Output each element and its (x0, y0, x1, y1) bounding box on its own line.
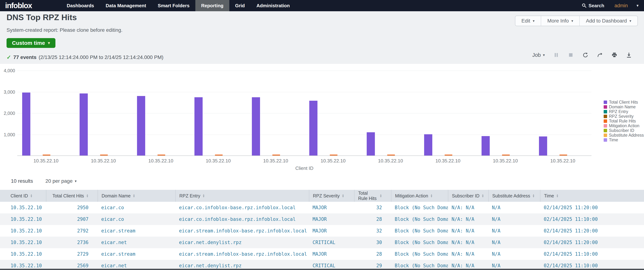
column-header-substitute-address[interactable]: Substitute Address▲▼ (488, 190, 540, 202)
total-rule-hits-bar[interactable] (387, 155, 395, 155)
nav-item-reporting[interactable]: Reporting (195, 0, 229, 11)
cell-rpz-entry[interactable]: eicar.co.infoblox-base.rpz.infoblox.loca… (175, 213, 309, 225)
total-rule-hits-bar[interactable] (100, 155, 108, 155)
cell-client-id[interactable]: 10.35.22.10 (0, 213, 46, 225)
cell-subscriber-id[interactable]: N/A: N/A (448, 213, 488, 225)
cell-domain-name[interactable]: eicar.net (98, 237, 175, 248)
total-client-hits-bar[interactable] (367, 132, 375, 155)
legend-item-rpz-severity[interactable]: RPZ Severity (604, 114, 644, 119)
column-header-time[interactable]: Time▲▼ (540, 190, 644, 202)
cell-substitute-address[interactable]: N/A (488, 248, 540, 260)
user-caret-icon[interactable]: ▾ (636, 3, 638, 8)
add-to-dashboard-button[interactable]: Add to Dashboard▾ (579, 16, 638, 26)
cell-rpz-entry[interactable]: eicar.net.denylist.rpz (175, 260, 309, 270)
total-rule-hits-bar[interactable] (502, 155, 510, 155)
cell-rpz-severity[interactable]: MAJOR (309, 213, 354, 225)
cell-substitute-address[interactable]: N/A (488, 237, 540, 248)
cell-total-client-hits[interactable]: 2729 (46, 248, 98, 260)
sort-icon[interactable]: ▲▼ (556, 194, 558, 198)
cell-total-rule-hits[interactable]: 29 (354, 260, 391, 270)
cell-time[interactable]: 02/14/2025 11:10:00 (540, 248, 644, 260)
cell-substitute-address[interactable]: N/A (488, 225, 540, 237)
total-client-hits-bar[interactable] (424, 134, 432, 156)
cell-mitigation-action[interactable]: Block (No Such Domain) (391, 213, 448, 225)
cell-substitute-address[interactable]: N/A (488, 260, 540, 270)
cell-total-client-hits[interactable]: 2792 (46, 225, 98, 237)
cell-substitute-address[interactable]: N/A (488, 202, 540, 213)
cell-rpz-severity[interactable]: MAJOR (309, 225, 354, 237)
legend-item-rpz-entry[interactable]: RPZ Entry (604, 109, 644, 114)
stop-button[interactable] (568, 52, 574, 58)
legend-item-total-client-hits[interactable]: Total Client Hits (604, 100, 644, 105)
edit-button[interactable]: Edit▾ (515, 16, 541, 26)
cell-subscriber-id[interactable]: N/A: N/A (448, 202, 488, 213)
sort-icon[interactable]: ▲▼ (482, 194, 484, 198)
column-header-subscriber-id[interactable]: Subscriber ID▲▼ (448, 190, 488, 202)
column-header-client-id[interactable]: Client ID▲▼ (0, 190, 46, 202)
column-header-total-rule-hits[interactable]: Total Rule Hits▲▼ (354, 190, 391, 202)
cell-mitigation-action[interactable]: Block (No Such Domain) (391, 248, 448, 260)
job-dropdown[interactable]: Job ▾ (532, 52, 545, 58)
cell-total-client-hits[interactable]: 2569 (46, 260, 98, 270)
legend-item-substitute-address[interactable]: Substitute Address (604, 133, 644, 137)
total-client-hits-bar[interactable] (80, 93, 88, 155)
cell-total-client-hits[interactable]: 2736 (46, 237, 98, 248)
total-rule-hits-bar[interactable] (158, 155, 165, 155)
cell-time[interactable]: 02/14/2025 11:10:00 (540, 213, 644, 225)
cell-rpz-entry[interactable]: eicar.co.infoblox-base.rpz.infoblox.loca… (175, 202, 309, 213)
sort-icon[interactable]: ▲▼ (342, 194, 344, 198)
cell-mitigation-action[interactable]: Block (No Such Domain) (391, 225, 448, 237)
cell-total-client-hits[interactable]: 2907 (46, 213, 98, 225)
cell-rpz-severity[interactable]: MAJOR (309, 248, 354, 260)
cell-total-rule-hits[interactable]: 28 (354, 213, 391, 225)
column-header-rpz-entry[interactable]: RPZ Entry▲▼ (175, 190, 309, 202)
cell-total-rule-hits[interactable]: 32 (354, 225, 391, 237)
cell-substitute-address[interactable]: N/A (488, 213, 540, 225)
column-header-domain-name[interactable]: Domain Name▲▼ (98, 190, 175, 202)
user-menu[interactable]: admin (614, 3, 628, 8)
total-rule-hits-bar[interactable] (215, 155, 222, 155)
more-info-button[interactable]: More Info▾ (541, 16, 579, 26)
cell-rpz-entry[interactable]: eicar.stream.infoblox-base.rpz.infoblox.… (175, 225, 309, 237)
refresh-button[interactable] (582, 52, 588, 58)
column-header-total-client-hits[interactable]: Total Client Hits▲▼ (46, 190, 98, 202)
sort-icon[interactable]: ▲▼ (133, 194, 135, 198)
total-rule-hits-bar[interactable] (43, 155, 50, 155)
cell-client-id[interactable]: 10.35.22.10 (0, 248, 46, 260)
sort-icon[interactable]: ▲▼ (202, 194, 205, 198)
nav-item-administration[interactable]: Administration (250, 0, 296, 11)
per-page-dropdown[interactable]: 20 per page ▾ (46, 178, 77, 184)
cell-client-id[interactable]: 10.35.22.10 (0, 202, 46, 213)
total-client-hits-bar[interactable] (194, 97, 202, 155)
pause-button[interactable] (553, 52, 559, 58)
download-button[interactable] (626, 52, 632, 58)
cell-time[interactable]: 02/14/2025 11:10:00 (540, 260, 644, 270)
cell-subscriber-id[interactable]: N/A: N/A (448, 248, 488, 260)
cell-total-rule-hits[interactable]: 30 (354, 237, 391, 248)
total-client-hits-bar[interactable] (22, 93, 30, 155)
nav-item-grid[interactable]: Grid (229, 0, 250, 11)
cell-domain-name[interactable]: eicar.stream (98, 225, 175, 237)
cell-client-id[interactable]: 10.35.22.10 (0, 260, 46, 270)
sort-icon[interactable]: ▲▼ (30, 194, 32, 198)
total-client-hits-bar[interactable] (482, 136, 490, 155)
cell-domain-name[interactable]: eicar.net (98, 260, 175, 270)
cell-time[interactable]: 02/14/2025 11:20:00 (540, 202, 644, 213)
cell-rpz-severity[interactable]: MAJOR (309, 202, 354, 213)
cell-rpz-entry[interactable]: eicar.net.denylist.rpz (175, 237, 309, 248)
cell-time[interactable]: 02/14/2025 11:20:00 (540, 225, 644, 237)
search-button[interactable]: Search (582, 3, 604, 8)
cell-time[interactable]: 02/14/2025 11:20:00 (540, 237, 644, 248)
cell-subscriber-id[interactable]: N/A: N/A (448, 237, 488, 248)
cell-domain-name[interactable]: eicar.co (98, 202, 175, 213)
legend-item-subscriber-id[interactable]: Subscriber ID (604, 128, 644, 133)
sort-icon[interactable]: ▲▼ (532, 194, 534, 198)
cell-client-id[interactable]: 10.35.22.10 (0, 225, 46, 237)
sort-icon[interactable]: ▲▼ (86, 194, 88, 198)
total-rule-hits-bar[interactable] (445, 155, 452, 155)
legend-item-mitigation-action[interactable]: Mitigation Action (604, 123, 644, 128)
total-rule-hits-bar[interactable] (272, 155, 280, 155)
cell-client-id[interactable]: 10.35.22.10 (0, 237, 46, 248)
column-header-rpz-severity[interactable]: RPZ Severity▲▼ (309, 190, 354, 202)
cell-mitigation-action[interactable]: Block (No Such Domain) (391, 202, 448, 213)
